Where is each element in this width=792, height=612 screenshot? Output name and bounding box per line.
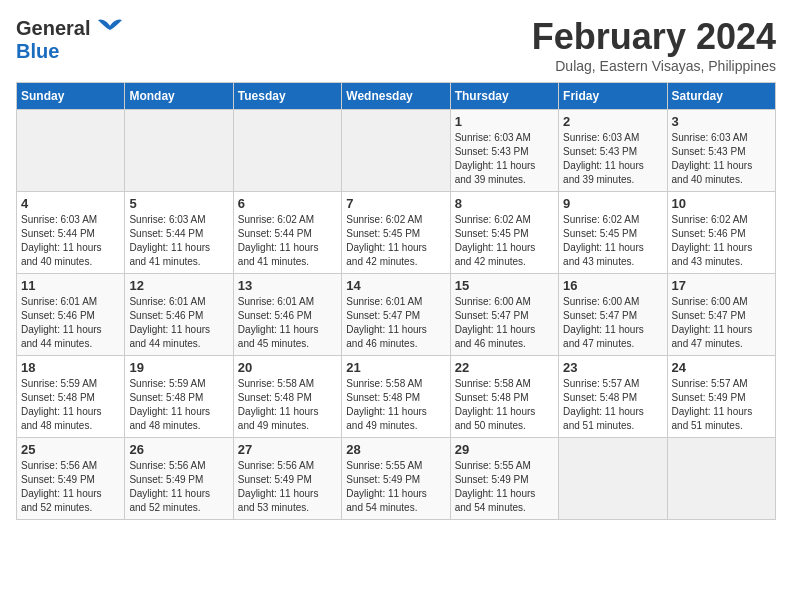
calendar-cell: 16Sunrise: 6:00 AM Sunset: 5:47 PM Dayli… [559, 274, 667, 356]
calendar-week-4: 18Sunrise: 5:59 AM Sunset: 5:48 PM Dayli… [17, 356, 776, 438]
day-number: 17 [672, 278, 771, 293]
day-info: Sunrise: 5:58 AM Sunset: 5:48 PM Dayligh… [346, 377, 445, 433]
day-info: Sunrise: 6:03 AM Sunset: 5:44 PM Dayligh… [129, 213, 228, 269]
calendar-cell: 2Sunrise: 6:03 AM Sunset: 5:43 PM Daylig… [559, 110, 667, 192]
day-number: 20 [238, 360, 337, 375]
day-info: Sunrise: 6:01 AM Sunset: 5:47 PM Dayligh… [346, 295, 445, 351]
day-number: 24 [672, 360, 771, 375]
day-number: 26 [129, 442, 228, 457]
day-info: Sunrise: 6:00 AM Sunset: 5:47 PM Dayligh… [672, 295, 771, 351]
calendar-cell: 7Sunrise: 6:02 AM Sunset: 5:45 PM Daylig… [342, 192, 450, 274]
day-info: Sunrise: 6:00 AM Sunset: 5:47 PM Dayligh… [563, 295, 662, 351]
day-info: Sunrise: 5:56 AM Sunset: 5:49 PM Dayligh… [238, 459, 337, 515]
day-number: 15 [455, 278, 554, 293]
calendar-cell: 4Sunrise: 6:03 AM Sunset: 5:44 PM Daylig… [17, 192, 125, 274]
day-info: Sunrise: 5:59 AM Sunset: 5:48 PM Dayligh… [21, 377, 120, 433]
day-info: Sunrise: 6:03 AM Sunset: 5:43 PM Dayligh… [672, 131, 771, 187]
calendar-cell: 27Sunrise: 5:56 AM Sunset: 5:49 PM Dayli… [233, 438, 341, 520]
calendar-header-row: SundayMondayTuesdayWednesdayThursdayFrid… [17, 83, 776, 110]
logo-blue: Blue [16, 40, 59, 63]
calendar-cell: 9Sunrise: 6:02 AM Sunset: 5:45 PM Daylig… [559, 192, 667, 274]
day-info: Sunrise: 6:01 AM Sunset: 5:46 PM Dayligh… [238, 295, 337, 351]
calendar-cell: 24Sunrise: 5:57 AM Sunset: 5:49 PM Dayli… [667, 356, 775, 438]
calendar-title: February 2024 [532, 16, 776, 58]
header-wednesday: Wednesday [342, 83, 450, 110]
calendar-cell: 20Sunrise: 5:58 AM Sunset: 5:48 PM Dayli… [233, 356, 341, 438]
day-info: Sunrise: 6:02 AM Sunset: 5:44 PM Dayligh… [238, 213, 337, 269]
calendar-cell: 18Sunrise: 5:59 AM Sunset: 5:48 PM Dayli… [17, 356, 125, 438]
day-number: 1 [455, 114, 554, 129]
logo: General Blue [16, 16, 126, 63]
day-number: 23 [563, 360, 662, 375]
calendar-cell: 11Sunrise: 6:01 AM Sunset: 5:46 PM Dayli… [17, 274, 125, 356]
day-number: 7 [346, 196, 445, 211]
day-number: 16 [563, 278, 662, 293]
calendar-cell: 12Sunrise: 6:01 AM Sunset: 5:46 PM Dayli… [125, 274, 233, 356]
header-saturday: Saturday [667, 83, 775, 110]
day-info: Sunrise: 6:02 AM Sunset: 5:45 PM Dayligh… [455, 213, 554, 269]
day-number: 25 [21, 442, 120, 457]
day-info: Sunrise: 5:57 AM Sunset: 5:48 PM Dayligh… [563, 377, 662, 433]
day-info: Sunrise: 6:03 AM Sunset: 5:43 PM Dayligh… [563, 131, 662, 187]
header-sunday: Sunday [17, 83, 125, 110]
calendar-cell [17, 110, 125, 192]
day-info: Sunrise: 5:57 AM Sunset: 5:49 PM Dayligh… [672, 377, 771, 433]
day-info: Sunrise: 5:58 AM Sunset: 5:48 PM Dayligh… [238, 377, 337, 433]
day-number: 6 [238, 196, 337, 211]
day-number: 5 [129, 196, 228, 211]
day-number: 22 [455, 360, 554, 375]
day-info: Sunrise: 5:56 AM Sunset: 5:49 PM Dayligh… [129, 459, 228, 515]
day-info: Sunrise: 6:02 AM Sunset: 5:45 PM Dayligh… [563, 213, 662, 269]
calendar-cell: 22Sunrise: 5:58 AM Sunset: 5:48 PM Dayli… [450, 356, 558, 438]
header-friday: Friday [559, 83, 667, 110]
calendar-cell [233, 110, 341, 192]
calendar-week-5: 25Sunrise: 5:56 AM Sunset: 5:49 PM Dayli… [17, 438, 776, 520]
day-number: 21 [346, 360, 445, 375]
day-info: Sunrise: 5:59 AM Sunset: 5:48 PM Dayligh… [129, 377, 228, 433]
calendar-week-2: 4Sunrise: 6:03 AM Sunset: 5:44 PM Daylig… [17, 192, 776, 274]
calendar-cell: 25Sunrise: 5:56 AM Sunset: 5:49 PM Dayli… [17, 438, 125, 520]
day-info: Sunrise: 5:58 AM Sunset: 5:48 PM Dayligh… [455, 377, 554, 433]
day-info: Sunrise: 6:02 AM Sunset: 5:45 PM Dayligh… [346, 213, 445, 269]
calendar-cell: 17Sunrise: 6:00 AM Sunset: 5:47 PM Dayli… [667, 274, 775, 356]
calendar-cell: 28Sunrise: 5:55 AM Sunset: 5:49 PM Dayli… [342, 438, 450, 520]
day-number: 4 [21, 196, 120, 211]
calendar-cell: 5Sunrise: 6:03 AM Sunset: 5:44 PM Daylig… [125, 192, 233, 274]
day-number: 8 [455, 196, 554, 211]
day-info: Sunrise: 5:55 AM Sunset: 5:49 PM Dayligh… [346, 459, 445, 515]
calendar-cell: 3Sunrise: 6:03 AM Sunset: 5:43 PM Daylig… [667, 110, 775, 192]
calendar-cell [559, 438, 667, 520]
calendar-cell: 15Sunrise: 6:00 AM Sunset: 5:47 PM Dayli… [450, 274, 558, 356]
calendar-week-1: 1Sunrise: 6:03 AM Sunset: 5:43 PM Daylig… [17, 110, 776, 192]
day-number: 29 [455, 442, 554, 457]
day-number: 3 [672, 114, 771, 129]
calendar-cell: 21Sunrise: 5:58 AM Sunset: 5:48 PM Dayli… [342, 356, 450, 438]
calendar-week-3: 11Sunrise: 6:01 AM Sunset: 5:46 PM Dayli… [17, 274, 776, 356]
calendar-cell: 13Sunrise: 6:01 AM Sunset: 5:46 PM Dayli… [233, 274, 341, 356]
day-info: Sunrise: 6:03 AM Sunset: 5:44 PM Dayligh… [21, 213, 120, 269]
calendar-cell: 29Sunrise: 5:55 AM Sunset: 5:49 PM Dayli… [450, 438, 558, 520]
day-info: Sunrise: 5:55 AM Sunset: 5:49 PM Dayligh… [455, 459, 554, 515]
calendar-cell: 14Sunrise: 6:01 AM Sunset: 5:47 PM Dayli… [342, 274, 450, 356]
day-number: 11 [21, 278, 120, 293]
day-number: 9 [563, 196, 662, 211]
day-info: Sunrise: 6:02 AM Sunset: 5:46 PM Dayligh… [672, 213, 771, 269]
calendar-cell [667, 438, 775, 520]
day-number: 13 [238, 278, 337, 293]
day-info: Sunrise: 6:03 AM Sunset: 5:43 PM Dayligh… [455, 131, 554, 187]
calendar-cell: 8Sunrise: 6:02 AM Sunset: 5:45 PM Daylig… [450, 192, 558, 274]
day-number: 14 [346, 278, 445, 293]
day-info: Sunrise: 6:00 AM Sunset: 5:47 PM Dayligh… [455, 295, 554, 351]
calendar-cell: 10Sunrise: 6:02 AM Sunset: 5:46 PM Dayli… [667, 192, 775, 274]
day-info: Sunrise: 6:01 AM Sunset: 5:46 PM Dayligh… [21, 295, 120, 351]
day-number: 10 [672, 196, 771, 211]
logo-bird-icon [94, 16, 126, 40]
day-number: 2 [563, 114, 662, 129]
day-number: 27 [238, 442, 337, 457]
header-tuesday: Tuesday [233, 83, 341, 110]
calendar-cell [125, 110, 233, 192]
day-info: Sunrise: 6:01 AM Sunset: 5:46 PM Dayligh… [129, 295, 228, 351]
day-number: 18 [21, 360, 120, 375]
logo-general: General [16, 17, 90, 40]
calendar-cell: 26Sunrise: 5:56 AM Sunset: 5:49 PM Dayli… [125, 438, 233, 520]
